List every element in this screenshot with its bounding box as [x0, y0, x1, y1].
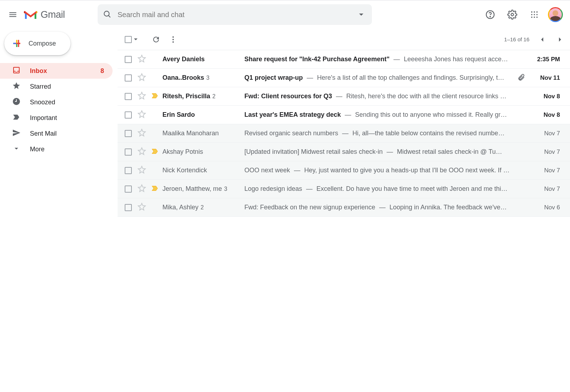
sidebar: Compose Inbox 8 Starred Snoozed Importan…: [0, 29, 118, 392]
more-actions-button[interactable]: [165, 31, 182, 48]
row-checkbox[interactable]: [125, 148, 132, 156]
star-toggle[interactable]: [138, 54, 146, 64]
svg-point-11: [531, 17, 533, 18]
row-checkbox[interactable]: [125, 185, 132, 193]
compose-plus-icon: [11, 38, 22, 49]
email-row[interactable]: Mika, Ashley 2 Fwd: Feedback on the new …: [118, 198, 570, 217]
pagination: 1–16 of 16: [504, 31, 569, 48]
search-input[interactable]: [112, 11, 359, 19]
email-snippet: Leeeesha Jones has request acce…: [404, 56, 508, 63]
email-snippet: Hey, just wanted to give you a heads-up …: [304, 167, 509, 174]
sidebar-item-label: Inbox: [30, 67, 47, 75]
sidebar-item-label: Sent Mail: [30, 130, 57, 137]
select-dropdown-caret-icon[interactable]: [134, 38, 138, 40]
search-icon[interactable]: [103, 10, 112, 20]
svg-point-12: [534, 17, 535, 18]
email-subject: OOO next week: [244, 167, 290, 174]
inbox-icon: [12, 66, 21, 76]
row-checkbox[interactable]: [125, 167, 132, 174]
paperclip-icon: [517, 73, 525, 81]
star-toggle[interactable]: [138, 110, 146, 120]
email-summary: Last year's EMEA strategy deck — Sending…: [244, 111, 525, 119]
email-row[interactable]: Jeroen, Matthew, me 3 Logo redesign idea…: [118, 180, 570, 198]
svg-point-0: [104, 11, 109, 16]
email-row[interactable]: Akshay Potnis [Updated invitation] Midwe…: [118, 143, 570, 161]
main-menu-button[interactable]: [3, 5, 23, 25]
list-toolbar: 1–16 of 16: [118, 29, 570, 50]
sidebar-item-label: More: [30, 146, 45, 153]
email-snippet: Sending this out to anyone who missed it…: [355, 111, 507, 119]
mail-list-pane: 1–16 of 16 Avery Daniels Share request f…: [118, 29, 570, 392]
apps-button[interactable]: [526, 6, 543, 23]
search-options-caret-icon[interactable]: [359, 14, 363, 16]
row-checkbox[interactable]: [125, 56, 132, 63]
subject-separator: —: [292, 167, 302, 174]
star-outline-icon: [138, 184, 146, 193]
row-checkbox[interactable]: [125, 111, 132, 119]
email-row[interactable]: Ritesh, Priscilla 2 Fwd: Client resource…: [118, 87, 570, 106]
select-all-checkbox[interactable]: [125, 36, 132, 43]
star-toggle[interactable]: [138, 73, 146, 83]
account-avatar[interactable]: [548, 7, 563, 22]
email-summary: OOO next week — Hey, just wanted to give…: [244, 167, 525, 174]
row-checkbox[interactable]: [125, 93, 132, 100]
importance-marker[interactable]: [151, 147, 159, 156]
sidebar-item-important[interactable]: Important: [0, 110, 113, 126]
thread-count: 2: [201, 204, 204, 211]
sidebar-item-sent[interactable]: Sent Mail: [0, 126, 113, 141]
star-toggle[interactable]: [138, 166, 146, 175]
row-checkbox[interactable]: [125, 74, 132, 82]
svg-point-4: [511, 14, 514, 16]
star-toggle[interactable]: [138, 184, 146, 194]
star-outline-icon: [138, 110, 146, 119]
email-sender: Akshay Potnis: [162, 148, 244, 156]
sidebar-item-label: Important: [30, 114, 57, 122]
email-row[interactable]: Oana..Brooks 3 Q1 project wrap-up — Here…: [118, 69, 570, 87]
send-icon: [12, 129, 21, 139]
page-next-button[interactable]: [551, 31, 569, 48]
row-checkbox[interactable]: [125, 130, 132, 137]
star-toggle[interactable]: [138, 203, 146, 212]
sidebar-item-inbox[interactable]: Inbox 8: [0, 63, 113, 79]
email-subject: Share request for "Ink-42 Purchase Agree…: [244, 56, 390, 63]
email-snippet: Here's a list of all the top challenges …: [317, 74, 504, 82]
subject-separator: —: [377, 204, 387, 211]
star-toggle[interactable]: [138, 92, 146, 101]
row-checkbox[interactable]: [125, 204, 132, 211]
compose-button[interactable]: Compose: [4, 32, 71, 55]
importance-marker[interactable]: [151, 184, 159, 193]
search-bar[interactable]: [98, 4, 372, 25]
email-snippet: Looping in Annika. The feedback we've…: [389, 204, 507, 211]
star-icon: [12, 82, 21, 92]
importance-marker[interactable]: [151, 92, 159, 101]
sidebar-item-starred[interactable]: Starred: [0, 79, 113, 94]
email-sender: Erin Sardo: [162, 111, 244, 119]
star-toggle[interactable]: [138, 147, 146, 157]
email-row[interactable]: Nick Kortendick OOO next week — Hey, jus…: [118, 161, 570, 180]
star-outline-icon: [138, 166, 146, 174]
star-outline-icon: [138, 203, 146, 211]
svg-point-6: [534, 11, 535, 13]
settings-button[interactable]: [504, 6, 521, 23]
apps-grid-icon: [530, 11, 538, 19]
email-row[interactable]: Maalika Manoharan Revised organic search…: [118, 124, 570, 143]
page-prev-button[interactable]: [534, 31, 551, 48]
header-actions: [482, 6, 563, 23]
email-row[interactable]: Erin Sardo Last year's EMEA strategy dec…: [118, 106, 570, 124]
email-summary: Share request for "Ink-42 Purchase Agree…: [244, 56, 525, 63]
email-row[interactable]: Avery Daniels Share request for "Ink-42 …: [118, 50, 570, 69]
email-date: Nov 8: [535, 111, 560, 119]
sidebar-item-snoozed[interactable]: Snoozed: [0, 94, 113, 110]
gmail-logo[interactable]: Gmail: [24, 9, 65, 20]
sidebar-item-more[interactable]: More: [0, 141, 113, 157]
email-date: Nov 11: [535, 74, 560, 82]
email-summary: [Updated invitation] Midwest retail sale…: [244, 148, 525, 156]
email-sender: Maalika Manoharan: [162, 130, 244, 137]
email-date: Nov 7: [535, 148, 560, 156]
email-snippet: Excellent. Do have you have time to meet…: [316, 185, 507, 193]
refresh-button[interactable]: [147, 31, 165, 48]
email-sender: Nick Kortendick: [162, 167, 244, 174]
star-toggle[interactable]: [138, 129, 146, 138]
email-snippet: Midwest retail sales check-in @ Tu…: [397, 148, 502, 156]
help-button[interactable]: [482, 6, 499, 23]
